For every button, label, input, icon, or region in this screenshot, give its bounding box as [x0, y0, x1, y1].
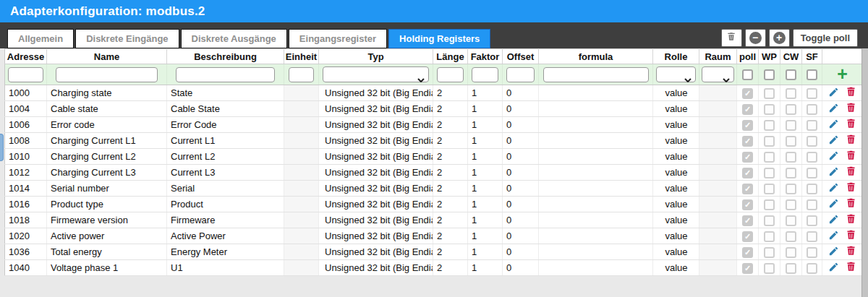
add-register-button[interactable]: + [837, 66, 848, 81]
cell-rolle: value [653, 85, 699, 101]
trash-icon [846, 134, 856, 147]
cell-rolle: value [653, 101, 699, 117]
filter-sf-checkbox[interactable] [807, 69, 817, 80]
cell-beschreibung: Serial [167, 181, 284, 197]
cell-laenge: 2 [433, 197, 468, 212]
delete-register-button[interactable] [843, 103, 858, 116]
edit-register-button[interactable] [827, 150, 841, 163]
edit-register-button[interactable] [827, 119, 841, 132]
cell-formula [539, 244, 653, 260]
wp-checkbox [764, 88, 775, 99]
filter-wp-checkbox[interactable] [764, 69, 775, 80]
tab-list: Allgemein Diskrete Eingänge Diskrete Aus… [7, 22, 492, 48]
filter-cw-checkbox[interactable] [786, 69, 796, 80]
sf-checkbox [807, 136, 817, 147]
register-row: 1036 Total energy Energy Meter Unsigned … [5, 244, 863, 260]
register-row: 1040 Voltage phase 1 U1 Unsigned 32 bit … [5, 260, 863, 276]
edit-register-button[interactable] [827, 198, 841, 211]
delete-selected-button[interactable] [721, 29, 742, 47]
cell-laenge: 2 [433, 228, 468, 244]
cw-checkbox [786, 120, 796, 131]
cell-name: Product type [47, 197, 167, 212]
filter-offset-input[interactable] [506, 67, 535, 82]
filter-raum-select[interactable] [702, 66, 734, 82]
cell-offset: 0 [503, 117, 539, 133]
cell-adresse: 1040 [5, 260, 47, 276]
poll-checkbox [742, 120, 753, 131]
delete-register-button[interactable] [843, 246, 858, 259]
delete-register-button[interactable] [843, 230, 858, 243]
filter-formula-input[interactable] [543, 67, 649, 82]
delete-register-button[interactable] [843, 214, 858, 227]
filter-faktor-input[interactable] [472, 67, 498, 82]
sf-checkbox [807, 263, 817, 274]
wp-checkbox [764, 152, 775, 163]
filter-adresse-input[interactable] [8, 67, 43, 82]
cw-checkbox [786, 184, 796, 194]
delete-register-button[interactable] [843, 166, 858, 179]
filter-rolle-select[interactable] [656, 66, 696, 82]
poll-checkbox [742, 104, 753, 115]
delete-register-button[interactable] [843, 134, 858, 147]
filter-einheit-input[interactable] [289, 67, 315, 82]
edit-register-button[interactable] [827, 182, 841, 195]
edit-register-button[interactable] [827, 134, 841, 147]
expand-all-button[interactable]: + [769, 29, 790, 47]
tab-allgemein[interactable]: Allgemein [7, 29, 74, 48]
delete-register-button[interactable] [843, 182, 858, 195]
edit-register-button[interactable] [827, 103, 841, 116]
trash-icon [846, 181, 856, 195]
edit-register-button[interactable] [827, 214, 841, 227]
cell-formula [539, 117, 653, 133]
delete-register-button[interactable] [843, 198, 858, 211]
right-scrollbar[interactable] [861, 48, 868, 297]
cell-einheit [284, 133, 319, 149]
cell-faktor: 1 [468, 117, 503, 133]
poll-checkbox [742, 215, 753, 226]
cell-name: Serial number [47, 181, 167, 197]
cell-laenge: 2 [433, 101, 468, 117]
register-row: 1016 Product type Product Unsigned 32 bi… [5, 197, 863, 212]
filter-typ-select[interactable] [323, 66, 430, 82]
delete-register-button[interactable] [843, 150, 858, 163]
edit-register-button[interactable] [827, 166, 841, 179]
column-header-formula: formula [539, 49, 653, 64]
cell-offset: 0 [503, 212, 539, 228]
pencil-icon [828, 198, 839, 211]
filter-poll-checkbox[interactable] [742, 69, 753, 80]
cell-typ: Unsigned 32 bit (Big Endian) [319, 165, 433, 181]
filter-name-input[interactable] [56, 67, 157, 82]
register-row: 1020 Active power Active Power Unsigned … [5, 228, 863, 244]
cell-beschreibung: U1 [167, 260, 284, 276]
cell-raum [699, 260, 737, 276]
tab-diskrete-eingaenge[interactable]: Diskrete Eingänge [75, 29, 179, 48]
cell-laenge: 2 [433, 260, 468, 276]
collapse-all-button[interactable]: − [745, 29, 766, 47]
cell-beschreibung: Current L2 [167, 149, 284, 165]
column-header-actions [822, 49, 863, 64]
delete-register-button[interactable] [843, 119, 858, 132]
delete-register-button[interactable] [843, 262, 858, 275]
edit-register-button[interactable] [827, 230, 841, 243]
cell-einheit [284, 228, 319, 244]
titlebar: Adapterkonfiguration: modbus.2 [0, 0, 868, 22]
edit-register-button[interactable] [827, 262, 841, 275]
register-toolbar: − + Toggle poll [718, 22, 858, 48]
tab-eingangsregister[interactable]: Eingangsregister [289, 29, 387, 48]
edit-register-button[interactable] [827, 246, 841, 259]
pencil-icon [828, 246, 839, 259]
sf-checkbox [807, 120, 817, 131]
tab-diskrete-ausgaenge[interactable]: Diskrete Ausgänge [181, 29, 287, 48]
sf-checkbox [807, 247, 817, 258]
filter-laenge-input[interactable] [437, 67, 464, 82]
tab-holding-registers[interactable]: Holding Registers [388, 29, 490, 48]
toggle-poll-button[interactable]: Toggle poll [793, 29, 858, 47]
filter-beschreibung-input[interactable] [176, 67, 275, 82]
left-scrollbar-thumb[interactable] [0, 134, 4, 161]
edit-register-button[interactable] [827, 87, 841, 100]
sf-checkbox [807, 199, 817, 210]
delete-register-button[interactable] [843, 87, 858, 100]
cell-einheit [284, 197, 319, 212]
cell-name: Charging state [47, 85, 167, 101]
cell-beschreibung: Current L1 [167, 133, 284, 149]
